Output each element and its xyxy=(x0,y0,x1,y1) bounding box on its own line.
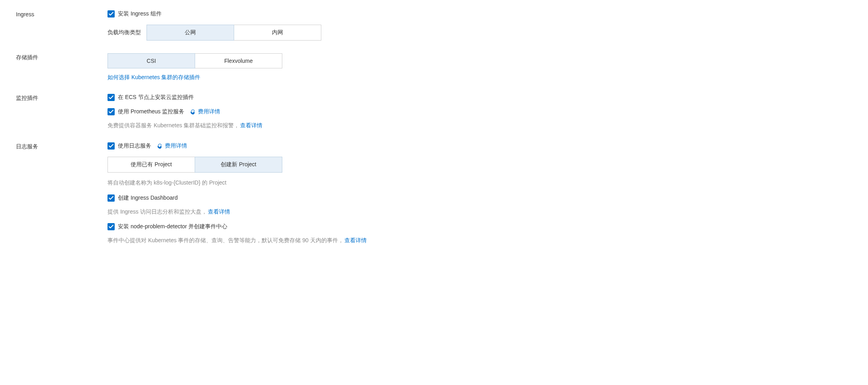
log-section: 日志服务 使用日志服务 费用详情 使用已有 Project 创建新 Projec… xyxy=(16,140,852,245)
lb-public-button[interactable]: 公网 xyxy=(147,25,234,41)
use-log-label: 使用日志服务 xyxy=(118,142,151,150)
checkmark-icon xyxy=(108,194,115,202)
ingress-dashboard-label: 创建 Ingress Dashboard xyxy=(118,194,178,202)
npd-label: 安装 node-problem-detector 并创建事件中心 xyxy=(118,223,227,230)
new-project-button[interactable]: 创建新 Project xyxy=(195,157,282,173)
prometheus-label: 使用 Prometheus 监控服务 xyxy=(118,108,184,115)
prometheus-desc: 免费提供容器服务 Kubernetes 集群基础监控和报警，查看详情 xyxy=(108,121,852,130)
link-icon xyxy=(190,109,196,115)
dashboard-desc: 提供 Ingress 访问日志分析和监控大盘，查看详情 xyxy=(108,207,852,216)
storage-plugin-group: CSI Flexvolume xyxy=(108,53,282,68)
storage-section: 存储插件 CSI Flexvolume 如何选择 Kubernetes 集群的存… xyxy=(16,51,852,88)
checkmark-icon xyxy=(108,223,115,230)
log-project-group: 使用已有 Project 创建新 Project xyxy=(108,157,282,173)
npd-desc-link[interactable]: 查看详情 xyxy=(344,237,367,243)
use-log-checkbox[interactable]: 使用日志服务 xyxy=(108,142,151,150)
log-fee-link[interactable]: 费用详情 xyxy=(157,142,187,150)
checkmark-icon xyxy=(108,10,115,18)
lb-private-button[interactable]: 内网 xyxy=(234,25,321,41)
log-fee-text: 费用详情 xyxy=(165,142,187,150)
npd-checkbox[interactable]: 安装 node-problem-detector 并创建事件中心 xyxy=(108,223,227,230)
npd-desc: 事件中心提供对 Kubernetes 事件的存储、查询、告警等能力，默认可免费存… xyxy=(108,236,852,245)
monitor-section: 监控插件 在 ECS 节点上安装云监控插件 使用 Prometheus 监控服务 xyxy=(16,91,852,137)
checkmark-icon xyxy=(108,94,115,101)
project-desc: 将自动创建名称为 k8s-log-{ClusterID} 的 Project xyxy=(108,178,852,187)
lb-type-label: 负载均衡类型 xyxy=(108,29,141,36)
existing-project-button[interactable]: 使用已有 Project xyxy=(108,157,195,173)
monitor-label: 监控插件 xyxy=(16,91,108,102)
prometheus-fee-text: 费用详情 xyxy=(198,108,220,115)
prometheus-fee-link[interactable]: 费用详情 xyxy=(190,108,220,115)
ingress-label: Ingress xyxy=(16,8,108,18)
link-icon xyxy=(157,143,163,149)
ingress-section: Ingress 安装 Ingress 组件 负载均衡类型 公网 内网 xyxy=(16,8,852,48)
prometheus-checkbox[interactable]: 使用 Prometheus 监控服务 xyxy=(108,108,184,115)
install-ingress-checkbox[interactable]: 安装 Ingress 组件 xyxy=(108,10,162,18)
prometheus-desc-link[interactable]: 查看详情 xyxy=(240,122,262,128)
storage-flexvolume-button[interactable]: Flexvolume xyxy=(195,53,282,68)
ecs-monitor-label: 在 ECS 节点上安装云监控插件 xyxy=(118,94,194,101)
ecs-monitor-checkbox[interactable]: 在 ECS 节点上安装云监控插件 xyxy=(108,94,194,101)
storage-csi-button[interactable]: CSI xyxy=(108,53,195,68)
checkmark-icon xyxy=(108,142,115,150)
dashboard-desc-link[interactable]: 查看详情 xyxy=(208,208,230,215)
lb-type-group: 公网 内网 xyxy=(147,25,321,41)
checkmark-icon xyxy=(108,108,115,115)
log-label: 日志服务 xyxy=(16,140,108,150)
storage-help-link[interactable]: 如何选择 Kubernetes 集群的存储插件 xyxy=(108,74,200,81)
install-ingress-label: 安装 Ingress 组件 xyxy=(118,10,162,18)
ingress-dashboard-checkbox[interactable]: 创建 Ingress Dashboard xyxy=(108,194,178,202)
storage-label: 存储插件 xyxy=(16,51,108,61)
